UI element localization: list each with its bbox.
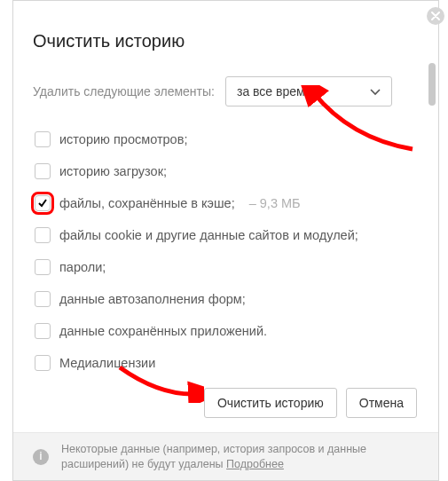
option-row[interactable]: файлы cookie и другие данные сайтов и мо… xyxy=(35,227,419,243)
option-row[interactable]: данные сохранённых приложений. xyxy=(35,323,419,339)
footer-text-wrap: Некоторые данные (например, история запр… xyxy=(61,442,419,472)
chevron-down-icon xyxy=(370,84,381,99)
cancel-button[interactable]: Отмена xyxy=(346,388,417,418)
info-icon: i xyxy=(33,449,49,465)
checkbox[interactable] xyxy=(35,195,51,211)
dialog-title: Очистить историю xyxy=(33,31,419,51)
footer-note: i Некоторые данные (например, история за… xyxy=(13,432,438,480)
option-row[interactable]: Медиалицензии xyxy=(35,355,419,371)
check-icon xyxy=(37,198,48,209)
checkbox[interactable] xyxy=(35,227,51,243)
option-label: данные автозаполнения форм; xyxy=(59,292,246,306)
footer-text: Некоторые данные (например, история запр… xyxy=(61,443,366,470)
checkbox[interactable] xyxy=(35,323,51,339)
option-label: файлы, сохранённые в кэше; xyxy=(59,196,235,210)
clear-history-button[interactable]: Очистить историю xyxy=(204,388,337,418)
option-row[interactable]: пароли; xyxy=(35,259,419,275)
scrollbar-thumb[interactable] xyxy=(428,63,436,106)
close-icon xyxy=(431,12,440,20)
time-range-select[interactable]: за все время xyxy=(225,76,392,106)
option-size: – 9,3 МБ xyxy=(249,196,301,210)
option-label: историю просмотров; xyxy=(59,132,187,146)
cancel-label: Отмена xyxy=(359,396,404,410)
option-row[interactable]: файлы, сохранённые в кэше; – 9,3 МБ xyxy=(35,195,419,211)
option-label: пароли; xyxy=(59,260,106,274)
option-row[interactable]: историю загрузок; xyxy=(35,163,419,179)
more-link[interactable]: Подробнее xyxy=(226,458,284,470)
checkbox[interactable] xyxy=(35,291,51,307)
option-row[interactable]: данные автозаполнения форм; xyxy=(35,291,419,307)
options-list: историю просмотров;историю загрузок;файл… xyxy=(35,131,419,371)
option-label: данные сохранённых приложений. xyxy=(59,324,267,338)
checkbox[interactable] xyxy=(35,259,51,275)
delete-label: Удалить следующие элементы: xyxy=(33,84,215,99)
clear-history-label: Очистить историю xyxy=(217,396,324,410)
option-label: файлы cookie и другие данные сайтов и мо… xyxy=(59,228,358,242)
time-range-value: за все время xyxy=(237,84,311,99)
option-row[interactable]: историю просмотров; xyxy=(35,131,419,147)
option-label: Медиалицензии xyxy=(59,356,155,370)
close-button[interactable] xyxy=(427,7,444,25)
checkbox[interactable] xyxy=(35,163,51,179)
option-label: историю загрузок; xyxy=(59,164,167,178)
checkbox[interactable] xyxy=(35,355,51,371)
checkbox[interactable] xyxy=(35,131,51,147)
clear-history-dialog: Очистить историю Удалить следующие элеме… xyxy=(12,0,439,481)
scrollbar[interactable] xyxy=(428,63,436,414)
